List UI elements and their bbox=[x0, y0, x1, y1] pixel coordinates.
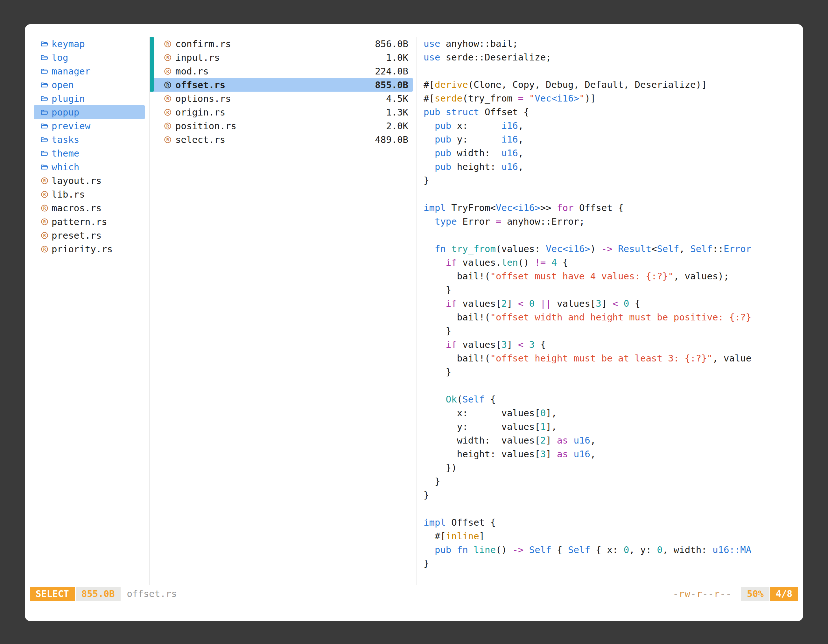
code-token: < bbox=[518, 298, 524, 309]
svg-text:R: R bbox=[166, 82, 169, 88]
item-label: popup bbox=[52, 107, 79, 118]
code-token: height: values[ bbox=[423, 449, 540, 459]
code-token: if bbox=[446, 339, 457, 350]
code-line: } bbox=[423, 324, 803, 338]
item-label: pattern.rs bbox=[52, 216, 107, 227]
code-token: (values: bbox=[496, 243, 546, 254]
file-item-select.rs[interactable]: Rselect.rs489.0B bbox=[150, 133, 413, 146]
code-token: Error bbox=[457, 216, 496, 227]
parent-pane: keymaplogmanageropenpluginpopuppreviewta… bbox=[25, 37, 150, 585]
dir-item-popup[interactable]: popup bbox=[34, 105, 145, 119]
dir-item-open[interactable]: open bbox=[34, 78, 145, 92]
code-token: serde::Deserialize; bbox=[440, 52, 551, 63]
status-bar: SELECT 855.0B offset.rs -rw-r--r-- 50% 4… bbox=[30, 587, 798, 601]
code-token: 4 bbox=[552, 257, 557, 268]
code-token bbox=[546, 257, 551, 268]
permissions-text: -rw-r--r-- bbox=[673, 588, 732, 599]
dir-item-plugin[interactable]: plugin bbox=[34, 92, 145, 105]
code-line: } bbox=[423, 365, 803, 379]
file-size: 224.0B bbox=[375, 66, 408, 77]
code-token: derive bbox=[435, 79, 468, 90]
code-token: { bbox=[629, 298, 640, 309]
code-token: { bbox=[535, 339, 546, 350]
code-token: x: bbox=[451, 120, 501, 131]
file-item-pattern.rs[interactable]: Rpattern.rs bbox=[34, 215, 145, 229]
code-token: 3 bbox=[596, 298, 601, 309]
code-token: " bbox=[529, 93, 535, 104]
file-item-priority.rs[interactable]: Rpriority.rs bbox=[34, 242, 145, 256]
dir-item-preview[interactable]: preview bbox=[34, 119, 145, 133]
file-item-position.rs[interactable]: Rposition.rs2.0K bbox=[150, 119, 413, 133]
code-token: Offset { bbox=[574, 202, 623, 213]
file-item-input.rs[interactable]: Rinput.rs1.0K bbox=[150, 50, 413, 64]
file-size-badge: 855.0B bbox=[76, 587, 121, 601]
code-token bbox=[423, 257, 446, 268]
list-scrollbar[interactable] bbox=[150, 37, 154, 92]
code-token: } bbox=[423, 326, 451, 336]
rust-file-icon: R bbox=[41, 204, 49, 212]
code-token: } bbox=[423, 476, 440, 487]
dir-item-which[interactable]: which bbox=[34, 160, 145, 174]
code-token: x: values[ bbox=[423, 407, 540, 418]
svg-text:R: R bbox=[166, 41, 169, 47]
file-item-offset.rs[interactable]: Roffset.rs855.0B bbox=[150, 78, 413, 92]
code-token: as bbox=[557, 435, 568, 446]
code-token: as bbox=[557, 449, 568, 459]
item-label: theme bbox=[52, 148, 79, 159]
code-token: u16 bbox=[574, 435, 590, 446]
code-line bbox=[423, 229, 803, 242]
code-token: Error bbox=[724, 243, 751, 254]
folder-icon bbox=[41, 136, 49, 143]
code-line bbox=[423, 187, 803, 201]
svg-text:R: R bbox=[43, 219, 46, 224]
code-token: fn bbox=[435, 243, 446, 254]
code-token: len bbox=[501, 257, 518, 268]
code-token: width: values[ bbox=[423, 435, 540, 446]
code-token: u16 bbox=[501, 161, 518, 172]
code-line: impl TryFrom<Vec<i16>>> for Offset { bbox=[423, 201, 803, 215]
folder-icon bbox=[41, 68, 49, 74]
dir-item-keymap[interactable]: keymap bbox=[34, 37, 145, 50]
code-token bbox=[524, 339, 529, 350]
code-token: < bbox=[518, 339, 524, 350]
code-token: < bbox=[651, 243, 657, 254]
code-token: bail!( bbox=[423, 271, 490, 282]
item-label: manager bbox=[52, 66, 90, 77]
code-token: line bbox=[474, 544, 496, 555]
code-token: -> bbox=[512, 544, 524, 555]
dir-item-log[interactable]: log bbox=[34, 50, 145, 64]
file-size: 1.0K bbox=[386, 52, 408, 63]
code-token: (Clone, Copy, Debug, Default, Deserializ… bbox=[468, 79, 707, 90]
code-token: 3 bbox=[529, 339, 535, 350]
code-token: }) bbox=[423, 462, 457, 473]
file-item-layout.rs[interactable]: Rlayout.rs bbox=[34, 174, 145, 187]
code-token: y: bbox=[451, 134, 501, 145]
code-token bbox=[423, 216, 435, 227]
code-token: Offset { bbox=[479, 107, 529, 118]
code-token: fn bbox=[457, 544, 468, 555]
code-token: " bbox=[579, 93, 585, 104]
code-token: if bbox=[446, 298, 457, 309]
code-line: if values.len() != 4 { bbox=[423, 256, 803, 270]
perm-dash: - bbox=[690, 588, 696, 599]
file-item-origin.rs[interactable]: Rorigin.rs1.3K bbox=[150, 105, 413, 119]
file-item-lib.rs[interactable]: Rlib.rs bbox=[34, 187, 145, 201]
code-line: } bbox=[423, 283, 803, 297]
dir-item-tasks[interactable]: tasks bbox=[34, 133, 145, 146]
file-item-macros.rs[interactable]: Rmacros.rs bbox=[34, 201, 145, 215]
code-token: , bbox=[679, 243, 690, 254]
file-item-preset.rs[interactable]: Rpreset.rs bbox=[34, 229, 145, 242]
folder-icon bbox=[41, 41, 49, 47]
dir-item-manager[interactable]: manager bbox=[34, 64, 145, 78]
file-item-options.rs[interactable]: Roptions.rs4.5K bbox=[150, 92, 413, 105]
current-pane: Rconfirm.rs856.0BRinput.rs1.0KRmod.rs224… bbox=[150, 37, 417, 585]
file-item-confirm.rs[interactable]: Rconfirm.rs856.0B bbox=[150, 37, 413, 50]
code-token: #[ bbox=[423, 79, 435, 90]
code-line bbox=[423, 502, 803, 516]
dir-item-theme[interactable]: theme bbox=[34, 146, 145, 160]
file-item-mod.rs[interactable]: Rmod.rs224.0B bbox=[150, 64, 413, 78]
svg-text:R: R bbox=[166, 137, 169, 142]
perm-dash: - bbox=[673, 588, 679, 599]
code-token bbox=[451, 544, 456, 555]
svg-text:R: R bbox=[166, 69, 169, 74]
